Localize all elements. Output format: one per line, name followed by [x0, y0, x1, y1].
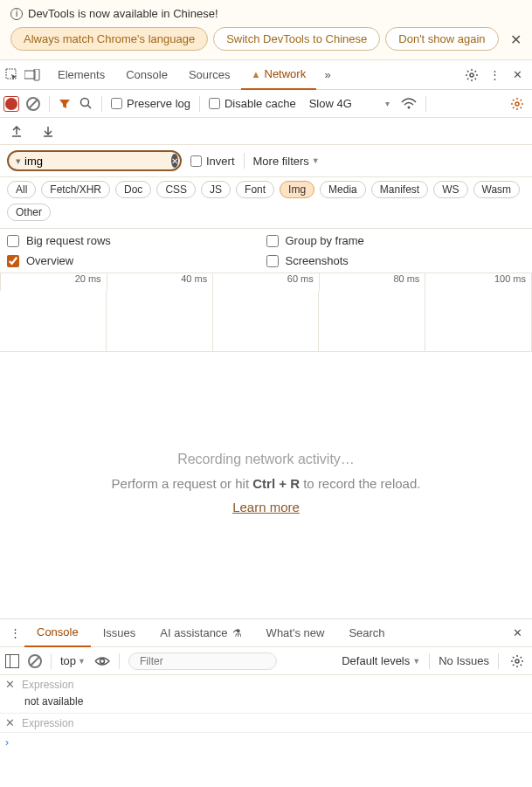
close-banner-icon[interactable]: ✕ [510, 31, 522, 48]
type-chip-all[interactable]: All [7, 181, 36, 198]
disable-cache-checkbox[interactable]: Disable cache [209, 97, 296, 110]
dont-show-button[interactable]: Don't show again [385, 27, 498, 51]
tab-sources[interactable]: Sources [178, 60, 241, 90]
more-filters-dropdown[interactable]: More filters▼ [253, 155, 320, 168]
console-toolbar: top▼ Default levels▼ No Issues [0, 647, 532, 675]
invert-checkbox[interactable]: Invert [190, 155, 235, 168]
export-har-icon[interactable] [7, 121, 26, 141]
console-prompt[interactable]: › [0, 733, 532, 752]
close-drawer-icon[interactable]: ✕ [508, 624, 527, 643]
display-options: Big request rows Group by frame Overview… [0, 229, 532, 273]
svg-point-7 [515, 102, 519, 106]
drawer-tab-whatsnew[interactable]: What's new [254, 619, 337, 647]
console-sidebar-toggle[interactable] [5, 654, 19, 668]
remove-expression-icon[interactable]: ✕ [5, 716, 15, 729]
svg-point-3 [470, 73, 473, 77]
settings-icon[interactable] [462, 66, 481, 85]
context-select[interactable]: top▼ [60, 654, 86, 667]
svg-point-4 [81, 99, 89, 107]
divider [119, 653, 120, 669]
info-icon: i [10, 8, 23, 20]
tab-network[interactable]: ▲Network [241, 60, 317, 90]
tab-console[interactable]: Console [115, 60, 178, 90]
clear-button[interactable] [26, 97, 40, 111]
svg-line-5 [88, 106, 92, 109]
type-chip-other[interactable]: Other [7, 204, 51, 221]
console-settings-icon[interactable] [508, 652, 527, 671]
drawer-kebab-icon[interactable]: ⋮ [5, 624, 24, 643]
record-button[interactable] [5, 98, 17, 110]
learn-more-link[interactable]: Learn more [232, 500, 300, 514]
expression-value: not available [0, 694, 532, 713]
recording-hint: Perform a request or hit Ctrl + R to rec… [112, 476, 421, 491]
always-match-button[interactable]: Always match Chrome's language [10, 27, 208, 51]
divider [101, 96, 102, 112]
svg-point-8 [100, 659, 105, 663]
live-expression-1: ✕ Expression not available [0, 675, 532, 714]
filter-input[interactable] [24, 155, 171, 168]
divider [49, 96, 50, 112]
svg-rect-1 [24, 71, 35, 79]
type-chip-manifest[interactable]: Manifest [371, 181, 428, 198]
big-rows-checkbox[interactable]: Big request rows [7, 234, 266, 247]
flask-icon: ⚗ [232, 627, 242, 639]
log-levels-select[interactable]: Default levels▼ [342, 654, 420, 667]
group-by-frame-checkbox[interactable]: Group by frame [266, 234, 526, 247]
warning-icon: ▲ [252, 69, 261, 79]
filter-toggle-icon[interactable] [59, 98, 71, 110]
type-chip-js[interactable]: JS [201, 181, 231, 198]
timeline-overview[interactable]: 20 ms40 ms60 ms80 ms100 ms [0, 273, 532, 352]
network-settings-icon[interactable] [508, 94, 527, 114]
console-filter-input[interactable] [140, 655, 271, 667]
clear-console-icon[interactable] [28, 654, 42, 668]
live-expression-icon[interactable] [94, 656, 110, 666]
filter-funnel-icon: ▾ [16, 155, 21, 167]
drawer-tab-search[interactable]: Search [336, 619, 397, 647]
import-export-row [0, 118, 532, 145]
expression-placeholder[interactable]: Expression [22, 679, 527, 691]
screenshots-checkbox[interactable]: Screenshots [266, 254, 526, 267]
type-chip-css[interactable]: CSS [156, 181, 196, 198]
type-chip-doc[interactable]: Doc [115, 181, 151, 198]
empty-state: Recording network activity… Perform a re… [0, 352, 532, 614]
divider [429, 653, 430, 669]
remove-expression-icon[interactable]: ✕ [5, 678, 15, 691]
search-icon[interactable] [79, 97, 93, 110]
preserve-log-checkbox[interactable]: Preserve log [111, 97, 190, 110]
timeline-tick: 20 ms [0, 273, 107, 291]
timeline-tick: 40 ms [107, 273, 214, 291]
clear-filter-icon[interactable]: ✕ [171, 154, 178, 168]
type-chip-img[interactable]: Img [280, 181, 314, 198]
resource-type-filter: AllFetch/XHRDocCSSJSFontImgMediaManifest… [0, 177, 532, 229]
close-devtools-icon[interactable]: ✕ [508, 66, 527, 85]
drawer-tab-issues[interactable]: Issues [91, 619, 149, 647]
drawer-tab-ai[interactable]: AI assistance⚗ [148, 619, 253, 647]
kebab-icon[interactable]: ⋮ [485, 66, 504, 85]
more-tabs-icon[interactable]: » [320, 68, 335, 81]
divider [199, 96, 200, 112]
throttling-select[interactable]: Slow 4G [305, 96, 392, 111]
drawer-tab-console[interactable]: Console [24, 619, 91, 647]
console-filter-wrap[interactable] [128, 652, 277, 670]
inspect-icon[interactable] [5, 68, 21, 82]
switch-language-button[interactable]: Switch DevTools to Chinese [213, 27, 380, 51]
tab-elements[interactable]: Elements [47, 60, 115, 90]
device-icon[interactable] [24, 69, 40, 81]
overview-checkbox[interactable]: Overview [7, 254, 266, 267]
filter-input-wrap[interactable]: ▾ ✕ [7, 150, 182, 171]
type-chip-fetchxhr[interactable]: Fetch/XHR [41, 181, 110, 198]
drawer: ⋮ Console Issues AI assistance⚗ What's n… [0, 618, 532, 787]
recording-title: Recording network activity… [177, 452, 355, 467]
network-conditions-icon[interactable] [401, 98, 417, 110]
import-har-icon[interactable] [38, 121, 58, 141]
divider [498, 653, 499, 669]
live-expression-2: ✕ Expression [0, 714, 532, 733]
no-issues-label[interactable]: No Issues [439, 654, 489, 667]
type-chip-ws[interactable]: WS [433, 181, 467, 198]
divider [51, 653, 52, 669]
expression-placeholder[interactable]: Expression [22, 717, 527, 729]
type-chip-font[interactable]: Font [236, 181, 274, 198]
type-chip-media[interactable]: Media [320, 181, 366, 198]
svg-point-9 [515, 659, 519, 663]
type-chip-wasm[interactable]: Wasm [473, 181, 521, 198]
